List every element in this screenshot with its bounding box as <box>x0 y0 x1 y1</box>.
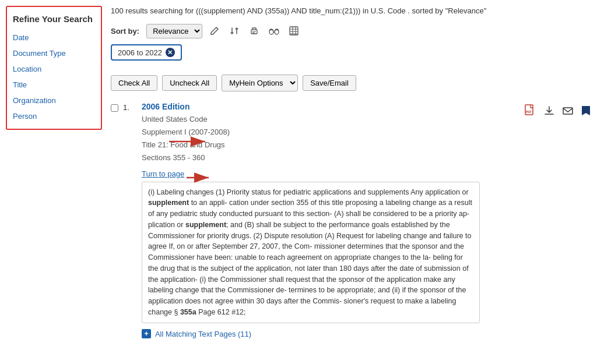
main-content: 100 results searching for (((supplement)… <box>111 6 591 358</box>
sidebar-title: Refine Your Search <box>7 12 101 30</box>
matching-pages-text: All Matching Text Pages (11) <box>155 329 251 338</box>
pdf-icon[interactable]: PDF <box>524 104 536 117</box>
result-actions: PDF <box>524 102 591 338</box>
svg-rect-12 <box>563 108 573 114</box>
print-icon[interactable] <box>247 23 262 38</box>
download-icon[interactable] <box>543 105 555 116</box>
save-email-button[interactable]: Save/Email <box>303 75 356 91</box>
svg-rect-2 <box>252 33 255 33</box>
check-all-button[interactable]: Check All <box>111 75 157 91</box>
plus-icon: + <box>142 329 151 338</box>
bookmark-icon[interactable] <box>581 105 591 116</box>
result-supplement: Supplement I (2007-2008) <box>142 126 517 139</box>
result-number: 1. <box>123 103 135 112</box>
filter-tag-close[interactable]: ✕ <box>166 48 175 57</box>
svg-rect-1 <box>252 31 256 32</box>
sidebar-item-date[interactable]: Date <box>7 30 101 45</box>
edit-icon[interactable] <box>207 23 222 38</box>
binoculars-icon[interactable] <box>266 23 282 38</box>
result-item: 1. 2006 Edition United States Code Suppl… <box>111 102 591 338</box>
uncheck-all-button[interactable]: Uncheck All <box>162 75 217 91</box>
refine-search-sidebar: Refine Your Search Date Document Type Lo… <box>6 6 102 130</box>
result-sections: Sections 355 - 360 <box>142 151 517 164</box>
sidebar-item-title[interactable]: Title <box>7 77 101 93</box>
sort-select[interactable]: Relevance Date Title <box>146 24 202 38</box>
result-checkbox[interactable] <box>111 104 118 112</box>
sidebar-item-organization[interactable]: Organization <box>7 93 101 108</box>
sidebar-item-location[interactable]: Location <box>7 61 101 77</box>
sidebar-item-document-type[interactable]: Document Type <box>7 45 101 61</box>
svg-text:PDF: PDF <box>526 110 532 114</box>
sort-toolbar: Sort by: Relevance Date Title <box>111 23 591 38</box>
myhein-options-select[interactable]: MyHein Options <box>222 75 298 91</box>
date-filter-tag: 2006 to 2022 ✕ <box>111 44 182 61</box>
email-icon[interactable] <box>562 105 574 116</box>
action-row: Check All Uncheck All MyHein Options Sav… <box>111 75 591 91</box>
sort-order-icon[interactable] <box>227 23 242 38</box>
turn-to-page-link[interactable]: Turn to page <box>142 169 184 178</box>
filter-tag-text: 2006 to 2022 <box>118 48 162 57</box>
table-view-icon[interactable] <box>286 23 301 38</box>
result-title-info: Title 21: Food and Drugs <box>142 139 517 151</box>
result-subtitle: United States Code <box>142 113 517 126</box>
result-icons-row: PDF <box>524 104 591 117</box>
sidebar-item-person[interactable]: Person <box>7 108 101 124</box>
result-body: 2006 Edition United States Code Suppleme… <box>142 102 517 338</box>
result-title[interactable]: 2006 Edition <box>142 102 517 111</box>
snippet-box: (i) Labeling changes (1) Priority status… <box>142 182 480 323</box>
matching-pages-link[interactable]: + All Matching Text Pages (11) <box>142 329 517 338</box>
search-summary: 100 results searching for (((supplement)… <box>111 6 591 16</box>
sort-label: Sort by: <box>111 27 139 36</box>
